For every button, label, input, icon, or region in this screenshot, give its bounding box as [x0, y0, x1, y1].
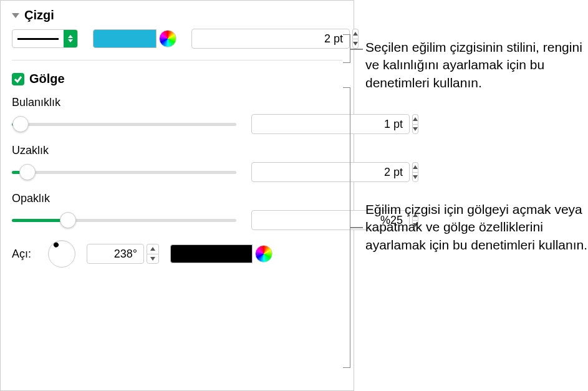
shadow-color-swatch[interactable]: [170, 244, 253, 263]
angle-row: Açı:: [12, 240, 342, 268]
angle-input[interactable]: [87, 244, 144, 264]
bracket-icon: [343, 87, 350, 368]
line-help-text: Seçilen eğilim çizgisinin stilini, rengi…: [365, 39, 588, 92]
offset-stepper: [251, 162, 342, 182]
blur-label: Bulanıklık: [12, 96, 342, 109]
opacity-stepper: [251, 210, 342, 230]
angle-indicator-icon: [52, 241, 59, 248]
bracket-icon: [343, 34, 350, 63]
offset-group: Uzaklık: [12, 144, 342, 182]
offset-label: Uzaklık: [12, 144, 342, 157]
opacity-slider[interactable]: [12, 211, 236, 229]
stroke-style-popup[interactable]: [12, 29, 78, 48]
opacity-label: Opaklık: [12, 192, 342, 205]
line-thickness-stepper: [191, 29, 282, 49]
dropdown-icon: [64, 30, 77, 47]
leader-line-icon: [350, 227, 363, 228]
blur-slider[interactable]: [12, 115, 236, 133]
shadow-section-title: Gölge: [29, 72, 65, 86]
shadow-checkbox-row: Gölge: [12, 72, 342, 86]
offset-slider[interactable]: [12, 163, 236, 181]
inspector-panel: Çizgi Gölge Bulanıklık: [0, 0, 354, 391]
line-thickness-input[interactable]: [191, 29, 350, 49]
stroke-color-well[interactable]: [93, 29, 176, 48]
stroke-preview-icon: [17, 38, 59, 40]
angle-stepper: [87, 244, 159, 264]
annotation-area: Seçilen eğilim çizgisinin stilini, rengi…: [354, 0, 588, 391]
blur-stepper: [251, 114, 342, 134]
stepper-up-button[interactable]: [147, 244, 159, 254]
blur-group: Bulanıklık: [12, 96, 342, 134]
shadow-color-well[interactable]: [170, 244, 272, 263]
divider: [12, 60, 342, 60]
color-wheel-icon[interactable]: [159, 30, 176, 47]
opacity-group: Opaklık: [12, 192, 342, 230]
stroke-color-swatch[interactable]: [93, 29, 157, 48]
angle-dial[interactable]: [48, 240, 75, 268]
leader-line-icon: [350, 49, 363, 50]
shadow-checkbox[interactable]: [12, 73, 24, 85]
stepper-down-button[interactable]: [147, 254, 159, 264]
line-controls-row: [12, 29, 342, 49]
chevron-down-icon: [12, 13, 19, 18]
shadow-help-text: Eğilim çizgisi için gölgeyi açmak veya k…: [365, 201, 588, 254]
angle-label: Açı:: [12, 248, 37, 261]
line-section-header[interactable]: Çizgi: [12, 8, 342, 22]
line-section-title: Çizgi: [24, 8, 54, 22]
color-wheel-icon[interactable]: [255, 245, 272, 263]
